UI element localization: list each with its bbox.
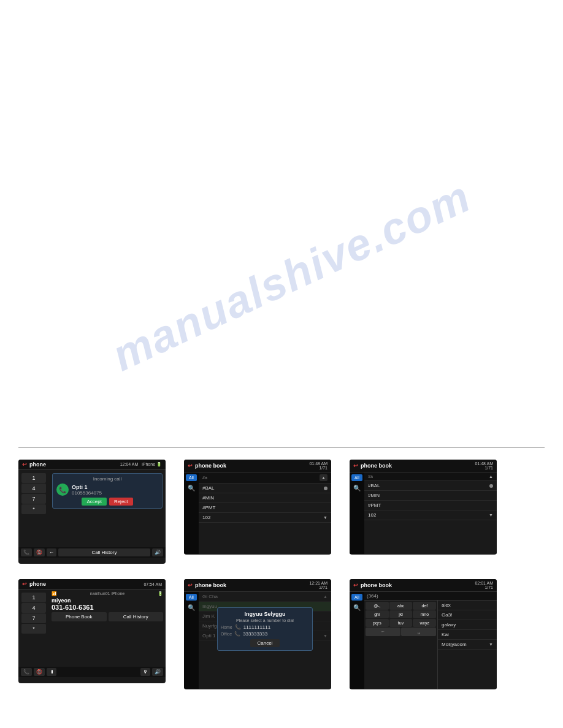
incoming-label: Incoming call	[56, 476, 158, 482]
pb2-entry-3[interactable]: 102 ▼	[364, 510, 497, 520]
caller-name: Opti 1	[72, 484, 102, 490]
phone2-time-text: 07:54 AM	[144, 582, 162, 586]
phone2-title: ↩ phone	[22, 581, 46, 587]
signal-icon: 📶	[52, 591, 57, 596]
pb4-result-0[interactable]: alex	[438, 601, 497, 610]
phone2-hold-icon[interactable]: ⏸	[47, 668, 56, 676]
pb3-entry-1-text: Ingyuu	[202, 604, 217, 609]
pb4-result-3[interactable]: Kai	[438, 630, 497, 640]
pb4-result-1[interactable]: Ga3!	[438, 610, 497, 620]
key2-7[interactable]: 7	[21, 613, 46, 623]
pb4-search-icon[interactable]: 🔍	[353, 604, 361, 611]
phone2-bottom-bar: 📞 📵 ⏸ 🎙 🔊	[18, 667, 166, 677]
pb4-search-input-row: (364)	[364, 592, 497, 601]
pb4-all-button[interactable]: All	[351, 594, 362, 601]
pb1-all-button[interactable]: All	[186, 474, 197, 481]
popup-home-phone-icon: 📞	[235, 624, 241, 630]
pb3-entry-0-text: Gi Cha	[202, 594, 218, 599]
pb2-entry-2[interactable]: #PMT	[364, 501, 497, 510]
popup-home-number[interactable]: 1111111111	[243, 624, 271, 630]
pb4-key-ghi[interactable]: ghi	[366, 610, 389, 618]
phone2-call-icon[interactable]: 📞	[21, 668, 32, 676]
pb2-entry-0[interactable]: #BAL	[364, 481, 497, 491]
pb1-entry-2[interactable]: #PMT	[199, 503, 331, 513]
pb3-all-button[interactable]: All	[186, 594, 197, 601]
phone-title: ↩ phone	[22, 461, 46, 468]
popup-office-number[interactable]: 333333333	[243, 631, 267, 637]
pb3-entry-3-text: Nuyrfg	[202, 623, 217, 629]
phone-vol-icon-btn[interactable]: 🔊	[152, 548, 163, 556]
key2-4[interactable]: 4	[21, 603, 46, 613]
phonebook-screen-3: ↩ phone book 12:21 AM 2/71 All 🔍 Gi Cha …	[184, 579, 331, 689]
phone-call-icon-btn[interactable]: 📞	[21, 548, 32, 556]
pb4-key-at[interactable]: @-,	[366, 602, 389, 610]
pb1-entry-1[interactable]: #MIN	[199, 493, 331, 503]
pb1-entry-0[interactable]: #BAL	[199, 483, 331, 493]
pb1-dot-0	[324, 487, 327, 490]
pb4-result-2[interactable]: galaxy	[438, 620, 497, 630]
phone-end-icon-btn[interactable]: 📵	[34, 548, 45, 556]
phone-book-button[interactable]: Phone Book	[52, 612, 107, 621]
popup-cancel-button[interactable]: Cancel	[250, 639, 280, 647]
pb1-entry-3-text: 102	[202, 515, 210, 520]
key-7[interactable]: 7	[21, 494, 46, 504]
popup-contact-name: Ingyuu Selyggu	[221, 611, 309, 617]
caller-info: 📞 Opti 1 01055364075	[56, 483, 158, 496]
pb4-key-def[interactable]: def	[413, 602, 436, 610]
pb4-key-jkl[interactable]: jkl	[389, 610, 413, 618]
pb1-scroll-down[interactable]: ▼	[323, 515, 327, 520]
pb2-main: #a ▲ #BAL #MIN #PMT 102 ▼	[364, 472, 497, 554]
pb4-result-4-text: Molijyaoom	[442, 642, 466, 647]
popup-office-row: Office 📞 333333333	[221, 631, 309, 637]
reject-button[interactable]: Reject	[109, 498, 133, 506]
pb3-search-icon[interactable]: 🔍	[188, 604, 195, 611]
accept-reject-buttons: Accept Reject	[56, 498, 158, 506]
pb4-key-abc[interactable]: abc	[389, 602, 413, 610]
key-star[interactable]: *	[21, 504, 46, 514]
pb3-title: ↩ phone book	[188, 582, 226, 588]
pb4-scroll-down[interactable]: ▼	[489, 642, 493, 646]
pb1-scroll-up[interactable]: ▲	[320, 474, 327, 481]
pb4-keyboard: @-, abc def ghi jkl mno pqrs tuv wxyz ←	[364, 601, 437, 689]
phone-header: ↩ phone 12:04 AM iPhone 🔋	[18, 460, 166, 470]
pb2-title: ↩ phone book	[353, 463, 392, 469]
pb1-main: #a ▲ #BAL #MIN #PMT 102 ▼	[199, 472, 331, 554]
pb4-keyboard-results: @-, abc def ghi jkl mno pqrs tuv wxyz ←	[364, 601, 497, 689]
accept-button[interactable]: Accept	[82, 498, 106, 506]
pb1-entry-0-text: #BAL	[202, 485, 215, 491]
phone2-action-buttons: Phone Book Call History	[52, 612, 163, 621]
phone-incoming-screen: ↩ phone 12:04 AM iPhone 🔋 1 4 7 *	[18, 460, 166, 564]
pb1-search-icon[interactable]: 🔍	[188, 485, 195, 491]
pb2-scroll-up[interactable]: ▲	[489, 474, 493, 479]
key2-1[interactable]: 1	[21, 593, 46, 602]
pb4-result-4[interactable]: Molijyaoom ▼	[438, 640, 497, 650]
active-caller-name: miyeon	[52, 597, 163, 604]
phone2-end-icon[interactable]: 📵	[34, 668, 45, 676]
call-history-button[interactable]: Call History	[58, 548, 150, 556]
pb4-key-backspace[interactable]: ←	[366, 628, 400, 636]
pb2-search-icon[interactable]: 🔍	[353, 485, 361, 491]
phone2-mic-icon[interactable]: 🎙	[140, 668, 150, 676]
pb4-key-wxyz[interactable]: wxyz	[413, 619, 436, 627]
pb2-scroll-down[interactable]: ▼	[489, 513, 493, 517]
pb1-entry-2-text: #PMT	[202, 505, 215, 510]
pb4-key-pqrs[interactable]: pqrs	[366, 619, 389, 627]
pb4-page: 1/71	[484, 585, 493, 590]
pb4-key-mno[interactable]: mno	[413, 610, 436, 618]
pb2-all-button[interactable]: All	[351, 474, 362, 481]
pb2-dot-0	[489, 484, 493, 488]
pb3-sidebar: All 🔍	[184, 592, 199, 689]
key2-star[interactable]: *	[21, 624, 46, 634]
phone2-vol-icon[interactable]: 🔊	[152, 668, 163, 676]
phone-back-icon-btn[interactable]: ←	[47, 548, 56, 556]
key-1[interactable]: 1	[21, 473, 46, 483]
pb1-sidebar: All 🔍	[184, 472, 199, 554]
popup-home-label: Home	[221, 625, 232, 629]
pb4-key-tuv[interactable]: tuv	[389, 619, 413, 627]
pb4-key-space[interactable]: ␣	[401, 628, 436, 636]
pb1-entry-3[interactable]: 102 ▼	[199, 513, 331, 523]
section-divider	[18, 447, 545, 448]
key-4[interactable]: 4	[21, 483, 46, 493]
pb2-entry-1[interactable]: #MIN	[364, 491, 497, 501]
call-history-button2[interactable]: Call History	[109, 612, 164, 621]
